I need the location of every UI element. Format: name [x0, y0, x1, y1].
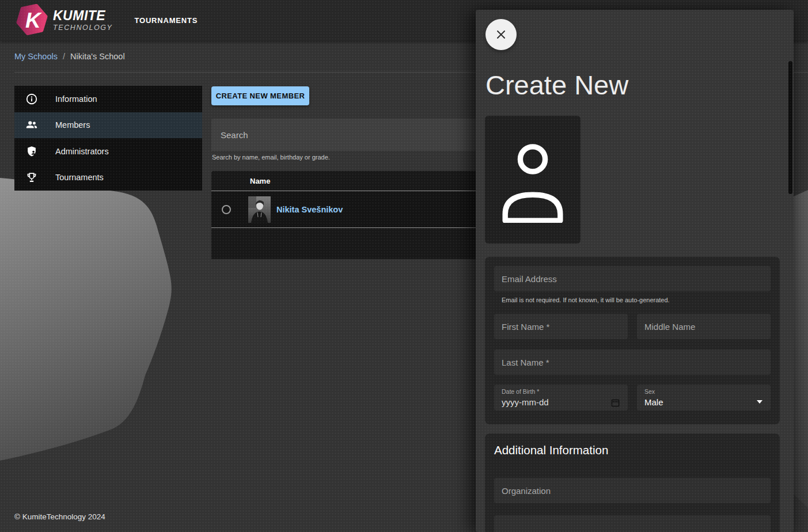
last-name-field[interactable]	[494, 349, 771, 375]
create-new-member-button[interactable]: CREATE NEW MEMBER	[211, 86, 309, 105]
drawer-title: Create New	[485, 69, 628, 101]
sidebar-item-administrators[interactable]: Administrators	[14, 138, 202, 165]
drawer-scrollbar-thumb[interactable]	[788, 61, 792, 194]
person-outline-icon	[498, 136, 567, 223]
background-hexagon-shape	[0, 173, 184, 472]
email-helper-text: Email is not required. If not known, it …	[502, 297, 670, 303]
brand-line2: TECHNOLOGY	[53, 24, 113, 32]
sidebar-item-members[interactable]: Members	[14, 112, 202, 139]
search-helper-text: Search by name, email, birthday or grade…	[212, 154, 330, 161]
kumite-hexagon-logo-icon: K	[15, 4, 48, 37]
sidebar-label: Tournaments	[55, 173, 104, 182]
breadcrumb-link-my-schools[interactable]: My Schools	[14, 52, 58, 61]
column-header-name: Name	[250, 177, 270, 185]
breadcrumb-current-school: Nikita's School	[70, 52, 125, 61]
footer-copyright: © KumiteTechnology 2024	[14, 512, 105, 521]
member-name-link[interactable]: Nikita Svešnikov	[276, 205, 343, 214]
avatar-upload-placeholder[interactable]	[485, 116, 581, 244]
additional-field-partial[interactable]	[494, 515, 771, 532]
middle-name-field[interactable]	[637, 314, 771, 339]
date-of-birth-field[interactable]: Date of Birth * yyyy-mm-dd	[494, 385, 628, 411]
app-window: K KUMITE TECHNOLOGY TOURNAMENTS My Schoo…	[0, 0, 808, 532]
sex-value: Male	[644, 397, 663, 407]
brand-logo[interactable]: K KUMITE TECHNOLOGY	[15, 4, 113, 37]
sidebar-item-tournaments[interactable]: Tournaments	[14, 165, 202, 191]
date-of-birth-value: yyyy-mm-dd	[502, 397, 549, 407]
close-drawer-button[interactable]	[485, 19, 517, 50]
calendar-icon[interactable]	[611, 398, 620, 407]
brand-name: KUMITE TECHNOLOGY	[53, 9, 113, 32]
background-shape-right-sliver	[792, 190, 808, 518]
info-icon	[25, 93, 38, 105]
additional-information-card: Additional Information	[485, 434, 780, 532]
chevron-down-icon	[757, 400, 763, 404]
school-sidebar: Information Members Administrators Tourn…	[14, 86, 202, 191]
members-icon	[25, 119, 38, 131]
sidebar-label: Administrators	[55, 147, 109, 156]
member-basic-info-card: Email is not required. If not known, it …	[485, 257, 780, 424]
close-icon	[495, 29, 507, 40]
create-member-drawer: Create New Email is not required. If not…	[476, 10, 794, 532]
row-radio-button[interactable]	[222, 205, 231, 214]
brand-line1: KUMITE	[53, 9, 113, 22]
sidebar-label: Members	[55, 120, 90, 130]
sex-select[interactable]: Sex Male	[637, 385, 771, 411]
email-address-field[interactable]	[494, 266, 771, 291]
nav-item-tournaments[interactable]: TOURNAMENTS	[135, 16, 198, 25]
sidebar-item-information[interactable]: Information	[14, 86, 202, 112]
breadcrumb: My Schools / Nikita's School	[14, 52, 125, 61]
organization-field[interactable]	[494, 478, 771, 503]
svg-text:K: K	[25, 9, 42, 32]
trophy-icon	[25, 171, 38, 184]
member-avatar	[248, 196, 271, 223]
sex-label: Sex	[644, 388, 655, 395]
first-name-field[interactable]	[494, 314, 628, 339]
date-of-birth-label: Date of Birth *	[502, 388, 539, 395]
additional-information-heading: Additional Information	[494, 443, 608, 457]
breadcrumb-separator: /	[63, 52, 65, 61]
sidebar-label: Information	[55, 94, 97, 104]
admin-shield-icon	[25, 145, 38, 158]
